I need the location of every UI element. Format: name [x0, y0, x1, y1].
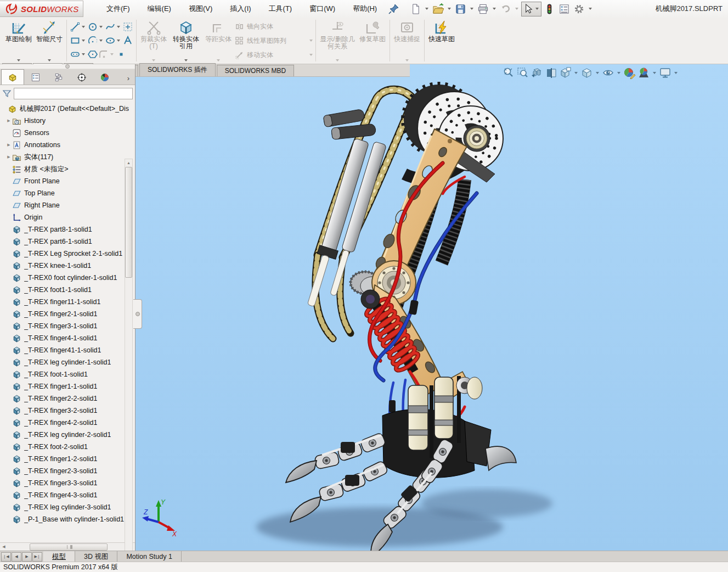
scroll-left-arrow[interactable]: ◀: [0, 545, 8, 549]
tree-item[interactable]: Origin: [1, 211, 135, 223]
repair-sketch-button[interactable]: 修复草图: [357, 18, 388, 64]
arc-caret[interactable]: [99, 40, 103, 42]
menu-item[interactable]: 编辑(E): [140, 2, 179, 16]
slot-tool-button[interactable]: [70, 49, 81, 60]
smart-dimension-caret[interactable]: [48, 59, 51, 61]
smart-dimension-button[interactable]: 智能尺寸: [34, 18, 65, 64]
print-caret[interactable]: [493, 8, 496, 10]
tree-horizontal-scrollbar[interactable]: ◀ ▶: [0, 542, 135, 551]
options-list-button[interactable]: [557, 2, 571, 16]
tab-configurationmanager[interactable]: [47, 70, 70, 85]
view-orientation-caret[interactable]: [574, 72, 578, 74]
save-caret[interactable]: [470, 8, 473, 10]
tree-item[interactable]: _T-REX finger4-3-solid1: [1, 489, 135, 501]
display-delete-relations-button[interactable]: 显示/删除几何关系: [318, 18, 357, 64]
tree-item[interactable]: _T-REX part8-1-solid1: [1, 223, 135, 235]
tab-propertymanager[interactable]: [24, 70, 47, 85]
last-tab-button[interactable]: ▶❘: [32, 552, 42, 562]
undo-caret[interactable]: [515, 8, 518, 10]
text-tool-button[interactable]: [122, 35, 133, 46]
offset-entities-button[interactable]: 等距实体: [203, 18, 234, 64]
menu-item[interactable]: 视图(V): [181, 2, 220, 16]
fillet-caret[interactable]: [110, 53, 114, 55]
tree-vertical-scrollbar[interactable]: ▲: [125, 159, 133, 572]
next-tab-button[interactable]: ▶: [22, 552, 32, 562]
tab-dimxpertmanager[interactable]: [70, 70, 93, 85]
command-tab[interactable]: SOLIDWORKS MBD: [217, 65, 294, 76]
tree-item[interactable]: _T-REX leg cylinder-2-solid1: [1, 429, 135, 441]
hide-show-items-button[interactable]: [602, 66, 614, 79]
sketch-button[interactable]: 草图绘制: [3, 18, 34, 64]
trim-entities-button[interactable]: 剪裁实体(T): [138, 18, 169, 64]
arc-tool-button[interactable]: [87, 35, 98, 46]
circle-tool-button[interactable]: [87, 21, 98, 32]
apply-scene-caret[interactable]: [653, 72, 656, 74]
tree-filter-input[interactable]: [14, 88, 133, 99]
view-settings-caret[interactable]: [674, 72, 678, 74]
spline-caret[interactable]: [117, 26, 120, 28]
tree-item[interactable]: _P-1_Base with cylinder-1-solid1: [1, 513, 135, 525]
rebuild-traffic-light-button[interactable]: [543, 2, 556, 16]
tree-item[interactable]: _T-REX finger1-1-solid1: [1, 380, 135, 392]
linear-pattern-caret[interactable]: [309, 40, 313, 42]
tree-item[interactable]: _T-REX knee-1-solid1: [1, 260, 135, 272]
offset-caret[interactable]: [217, 59, 220, 61]
tree-item[interactable]: _T-REX finger1-2-solid1: [1, 453, 135, 465]
v-scroll-thumb[interactable]: [125, 167, 132, 278]
previous-view-button[interactable]: [531, 66, 543, 79]
select-tool-caret[interactable]: [535, 8, 539, 10]
save-button[interactable]: [454, 2, 467, 16]
zoom-to-area-button[interactable]: [516, 66, 529, 79]
tree-item[interactable]: Front Plane: [1, 175, 135, 187]
move-entities-button[interactable]: 移动实体: [235, 49, 313, 60]
move-entities-caret[interactable]: [309, 54, 313, 56]
tree-item[interactable]: _T-REX foot-1-solid1: [1, 368, 135, 380]
tree-item[interactable]: _T-REX finger2-1-solid1: [1, 308, 135, 320]
tree-item[interactable]: _T-REX part6-1-solid1: [1, 235, 135, 248]
apply-scene-button[interactable]: [637, 66, 650, 79]
tree-item[interactable]: _T-REX finger11-1-solid1: [1, 296, 135, 308]
display-relations-caret[interactable]: [336, 59, 339, 61]
h-scroll-thumb[interactable]: [30, 543, 108, 551]
command-tab[interactable]: SOLIDWORKS 插件: [139, 63, 216, 76]
settings-gear-button[interactable]: [572, 2, 586, 16]
new-document-caret[interactable]: [425, 8, 428, 10]
display-style-caret[interactable]: [596, 72, 599, 74]
undo-button[interactable]: [499, 2, 512, 16]
tree-item[interactable]: _T-REX foot-2-solid1: [1, 441, 135, 453]
convert-caret[interactable]: [184, 59, 188, 61]
circle-caret[interactable]: [99, 26, 103, 28]
rectangle-caret[interactable]: [82, 40, 85, 42]
tree-item[interactable]: _T-REX finger3-3-solid1: [1, 477, 135, 489]
expand-arrow[interactable]: ▶: [5, 143, 12, 147]
tree-item[interactable]: 机械脚2017 (Default<<Default>_Dis: [1, 103, 135, 115]
open-document-button[interactable]: [431, 2, 445, 16]
tab-strip-overflow-chevron[interactable]: ›: [127, 74, 134, 85]
tree-item[interactable]: _T-REX Leg Sprocket 2-1-solid1: [1, 248, 135, 260]
tree-item[interactable]: _T-REX finger2-2-solid1: [1, 392, 135, 405]
prev-tab-button[interactable]: ◀: [12, 552, 21, 562]
select-tool-button[interactable]: [521, 2, 541, 16]
tree-item[interactable]: _T-REX0 foot cylinder-1-solid1: [1, 272, 135, 284]
tree-item[interactable]: Right Plane: [1, 199, 135, 211]
fillet-tool-button[interactable]: [98, 49, 109, 60]
tree-item[interactable]: Sensors: [1, 127, 135, 139]
new-document-button[interactable]: [409, 2, 422, 16]
tree-item[interactable]: _T-REX leg cylinder-3-solid1: [1, 501, 135, 513]
sketch-pattern-button[interactable]: [122, 21, 133, 32]
line-caret[interactable]: [82, 26, 85, 28]
tree-item[interactable]: 材质 <未指定>: [1, 163, 135, 175]
tree-item[interactable]: _T-REX finger2-3-solid1: [1, 465, 135, 477]
doc-tab[interactable]: 3D 视图: [75, 551, 117, 562]
display-style-button[interactable]: [580, 66, 593, 79]
rectangle-tool-button[interactable]: [70, 35, 81, 46]
open-document-caret[interactable]: [448, 8, 451, 10]
pin-menu-icon[interactable]: [388, 3, 400, 15]
rapid-sketch-button[interactable]: 快速草图: [426, 18, 457, 64]
point-tool-button[interactable]: [116, 49, 127, 60]
tree-item[interactable]: _T-REX finger4-2-solid1: [1, 417, 135, 429]
menu-item[interactable]: 插入(I): [222, 2, 258, 16]
first-tab-button[interactable]: ❘◀: [1, 552, 11, 562]
tree-item[interactable]: ▶ Annotations: [1, 139, 135, 151]
tab-featuremanager[interactable]: [1, 69, 24, 85]
